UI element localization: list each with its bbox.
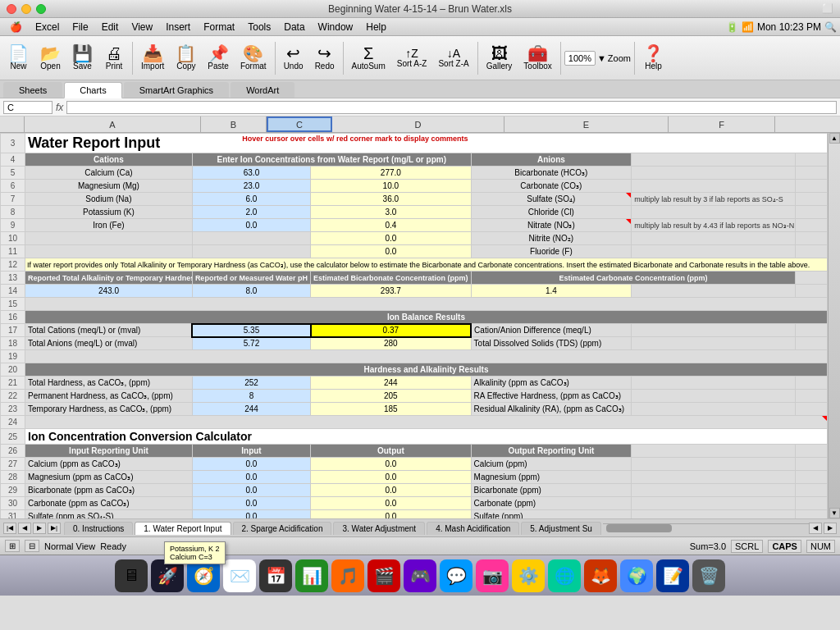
cell-C13[interactable]: Estimated Bicarbonate Concentration (ppm… (311, 272, 472, 285)
cell-B27[interactable]: 0.0 (192, 458, 310, 471)
cell-D17[interactable]: Cation/Anion Difference (meq/L) (471, 324, 632, 337)
apple-menu[interactable]: 🍎 (3, 20, 29, 34)
tab-prev-button[interactable]: ◀ (18, 523, 31, 534)
undo-button[interactable]: ↩ Undo (279, 43, 308, 72)
cell-C31[interactable]: 0.0 (311, 510, 472, 519)
menu-edit[interactable]: Edit (95, 20, 126, 34)
cell-A3[interactable]: Water Report Input Hover cursor over cel… (25, 134, 828, 153)
cell-D22[interactable]: RA Effective Hardness, (ppm as CaCO₃) (471, 390, 632, 403)
cell-D31[interactable]: Sulfate (ppm) (471, 510, 632, 519)
cell-A21[interactable]: Total Hardness, as CaCO₃, (ppm) (25, 377, 193, 390)
cell-D7[interactable]: Sulfate (SO₄) (471, 193, 632, 206)
menu-file[interactable]: File (66, 20, 94, 34)
cell-A23[interactable]: Temporary Hardness, as CaCO₃, (ppm) (25, 403, 193, 416)
menu-insert[interactable]: Insert (159, 20, 197, 34)
cell-C14[interactable]: 293.7 (311, 285, 472, 298)
cell-A6[interactable]: Magnesium (Mg) (25, 180, 193, 193)
cell-B6[interactable]: 23.0 (192, 180, 310, 193)
cell-A10[interactable] (25, 232, 193, 245)
cell-C22[interactable]: 205 (311, 390, 472, 403)
sort-az-button[interactable]: ↑Z Sort A-Z (392, 46, 432, 70)
paste-button[interactable]: 📌 Paste (203, 43, 234, 72)
cell-A7[interactable]: Sodium (Na) (25, 193, 193, 206)
cell-A17[interactable]: Total Cations (meq/L) or (mval) (25, 324, 193, 337)
cell-B28[interactable]: 0.0 (192, 471, 310, 484)
col-header-F[interactable]: F (669, 116, 775, 132)
dock-word[interactable]: 📝 (656, 559, 689, 592)
zoom-value[interactable]: 100% (564, 51, 596, 66)
cell-B4[interactable]: Enter Ion Concentrations from Water Repo… (192, 153, 471, 167)
cell-A30[interactable]: Carbonate (ppm as CaCO₃) (25, 497, 193, 510)
dock-excel[interactable]: 📊 (295, 559, 328, 592)
cell-C10[interactable]: 0.0 (311, 232, 472, 245)
new-button[interactable]: 📄 New (3, 43, 34, 72)
cell-D10[interactable]: Nitrite (NO₂) (471, 232, 632, 245)
tab-first-button[interactable]: |◀ (3, 523, 16, 534)
cell-C6[interactable]: 10.0 (311, 180, 472, 193)
cell-A18[interactable]: Total Anions (meq/L) or (mval) (25, 337, 193, 350)
gallery-button[interactable]: 🖼 Gallery (482, 43, 518, 72)
menu-help[interactable]: Help (359, 20, 393, 34)
dock-app2[interactable]: 🎬 (368, 559, 400, 592)
sheet-tab-4[interactable]: 4. Mash Acidification (427, 522, 519, 535)
cell-D5[interactable]: Bicarbonate (HCO₃) (471, 167, 632, 180)
cell-B17[interactable]: 5.35 (192, 324, 310, 337)
dock-app7[interactable]: 🌐 (548, 559, 581, 592)
cell-D18[interactable]: Total Dissolved Solids (TDS) (ppm) (471, 337, 632, 350)
formula-input[interactable] (66, 101, 837, 114)
window-resize[interactable]: ⬜ (822, 3, 833, 14)
cell-A28[interactable]: Magnesium (ppm as CaCO₃) (25, 471, 193, 484)
menu-view[interactable]: View (125, 20, 159, 34)
cell-C5[interactable]: 277.0 (311, 167, 472, 180)
cell-C29[interactable]: 0.0 (311, 484, 472, 497)
dock-calendar[interactable]: 📅 (259, 559, 292, 592)
cell-B29[interactable]: 0.0 (192, 484, 310, 497)
cell-A29[interactable]: Bicarbonate (ppm as CaCO₃) (25, 484, 193, 497)
cell-B31[interactable]: 0.0 (192, 510, 310, 519)
sheet-tab-5[interactable]: 5. Adjustment Su (521, 522, 601, 535)
dock-mail[interactable]: ✉️ (223, 559, 256, 592)
scroll-left-button[interactable]: ◀ (809, 523, 822, 534)
cell-C7[interactable]: 36.0 (311, 193, 472, 206)
cell-B11[interactable] (192, 245, 310, 258)
dock-app5[interactable]: 📷 (476, 559, 509, 592)
cell-B5[interactable]: 63.0 (192, 167, 310, 180)
tab-last-button[interactable]: ▶| (48, 523, 61, 534)
cell-A14[interactable]: 243.0 (25, 285, 193, 298)
col-header-D[interactable]: D (332, 116, 504, 132)
scroll-thumb[interactable] (606, 524, 672, 532)
cell-D26[interactable]: Output Reporting Unit (471, 445, 632, 458)
sheet-tab-1[interactable]: 1. Water Report Input (135, 522, 231, 535)
page-layout-button[interactable]: ⊟ (25, 540, 39, 552)
cell-A11[interactable] (25, 245, 193, 258)
cell-D29[interactable]: Bicarbonate (ppm) (471, 484, 632, 497)
save-button[interactable]: 💾 Save (67, 43, 98, 72)
col-header-E[interactable]: E (504, 116, 669, 132)
cell-C23[interactable]: 185 (311, 403, 472, 416)
cell-D4[interactable]: Anions (471, 153, 632, 167)
tab-sheets[interactable]: Sheets (3, 82, 62, 98)
col-header-C[interactable]: C (267, 116, 332, 132)
cell-B26[interactable]: Input (192, 445, 310, 458)
menu-tools[interactable]: Tools (241, 20, 277, 34)
menu-format[interactable]: Format (197, 20, 241, 34)
window-controls[interactable] (7, 4, 46, 14)
cell-D21[interactable]: Alkalinity (ppm as CaCO₃) (471, 377, 632, 390)
dock-app3[interactable]: 🎮 (404, 559, 436, 592)
cell-C26[interactable]: Output (311, 445, 472, 458)
cell-A8[interactable]: Potassium (K) (25, 206, 193, 219)
cell-B9[interactable]: 0.0 (192, 219, 310, 232)
tab-charts[interactable]: Charts (64, 82, 121, 98)
menu-excel[interactable]: Excel (29, 20, 66, 34)
copy-button[interactable]: 📋 Copy (171, 43, 201, 72)
cell-A9[interactable]: Iron (Fe) (25, 219, 193, 232)
cell-D11[interactable]: Fluoride (F) (471, 245, 632, 258)
cell-B10[interactable] (192, 232, 310, 245)
minimize-button[interactable] (21, 4, 31, 14)
cell-A27[interactable]: Calcium (ppm as CaCO₃) (25, 458, 193, 471)
redo-button[interactable]: ↪ Redo (310, 43, 340, 72)
cell-C8[interactable]: 3.0 (311, 206, 472, 219)
cell-C9[interactable]: 0.4 (311, 219, 472, 232)
dock-app8[interactable]: 🦊 (584, 559, 617, 592)
toolbox-button[interactable]: 🧰 Toolbox (518, 43, 556, 72)
